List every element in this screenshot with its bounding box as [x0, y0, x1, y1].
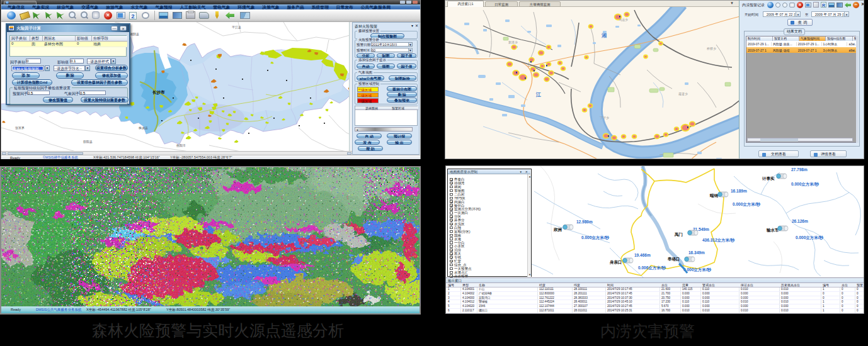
svg-text:16.349m: 16.349m	[688, 250, 705, 255]
svg-text:邵阳县: 邵阳县	[83, 140, 93, 144]
svg-text:0.000立方米/秒: 0.000立方米/秒	[791, 182, 819, 187]
svg-text:乌达乡: 乌达乡	[619, 18, 628, 21]
svg-text:12.980m: 12.980m	[576, 220, 593, 224]
svg-text:政洲: 政洲	[553, 227, 562, 232]
svg-text:湘阴县: 湘阴县	[130, 32, 139, 36]
svg-text:株洲县: 株洲县	[138, 126, 148, 130]
svg-text:身亲口: 身亲口	[609, 260, 622, 265]
svg-text:计事实: 计事实	[762, 176, 775, 181]
svg-text:19.466m: 19.466m	[634, 253, 651, 257]
svg-text:0.006立方米/秒: 0.006立方米/秒	[638, 265, 666, 271]
svg-text:输水车: 输水车	[766, 228, 779, 233]
svg-text:张家界: 张家界	[15, 126, 25, 130]
svg-text:衡阳市: 衡阳市	[176, 143, 186, 148]
svg-text:禹门: 禹门	[675, 232, 683, 237]
svg-text:0.000立方米/秒: 0.000立方米/秒	[733, 202, 761, 207]
svg-text:436.312立方米/秒: 436.312立方米/秒	[702, 238, 735, 243]
svg-text:丁字乡: 丁字乡	[600, 116, 609, 120]
svg-text:端纳: 端纳	[709, 193, 719, 198]
svg-text:湘: 湘	[601, 33, 607, 38]
svg-text:27.798m: 27.798m	[791, 167, 808, 172]
svg-text:串络口: 串络口	[668, 257, 680, 262]
svg-text:江: 江	[535, 92, 541, 98]
svg-text:16.189m: 16.189m	[731, 189, 747, 193]
svg-text:霞凝乡: 霞凝乡	[678, 92, 688, 96]
svg-text:平江县: 平江县	[232, 25, 241, 30]
svg-text:桥驿乡: 桥驿乡	[706, 47, 716, 51]
svg-text:新港乡: 新港乡	[508, 40, 518, 45]
svg-text:26.126m: 26.126m	[792, 219, 808, 223]
svg-text:长沙市: 长沙市	[152, 90, 165, 95]
svg-text:0.000立方米/秒: 0.000立方米/秒	[683, 267, 712, 272]
svg-text:0.000立方米/秒: 0.000立方米/秒	[581, 235, 610, 240]
svg-text:0.000立方米/秒: 0.000立方米/秒	[796, 235, 824, 240]
